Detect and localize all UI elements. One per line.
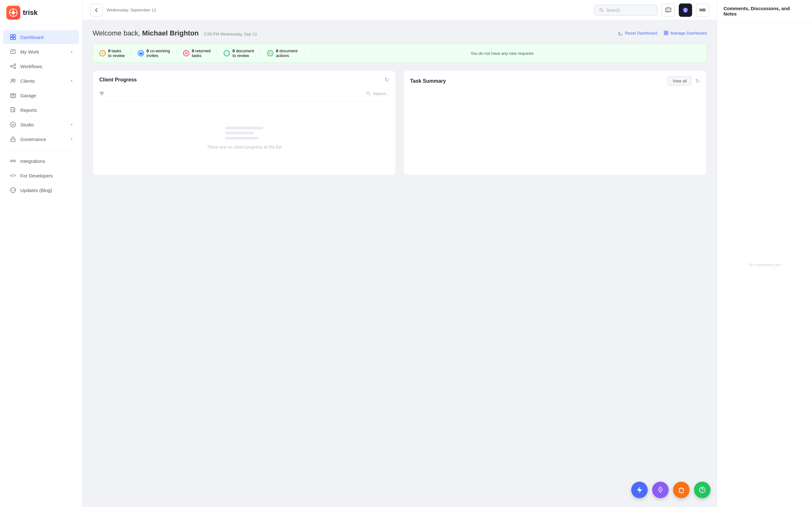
sidebar-item-governance[interactable]: Governance ▾: [3, 132, 79, 146]
trish-ai-icon: [682, 7, 689, 14]
sidebar-item-studio[interactable]: Studio ▾: [3, 118, 79, 131]
welcome-time: 2:59 PM Wednesday, Sep 11: [204, 32, 257, 37]
chat-icon: [665, 7, 671, 13]
sidebar-item-reports[interactable]: Reports: [3, 103, 79, 117]
trisk-logo[interactable]: trisk: [6, 6, 76, 20]
tasks-review-count: 0: [108, 49, 110, 53]
svg-line-34: [602, 10, 603, 11]
search-input[interactable]: [606, 8, 653, 13]
empty-message: There are no client progress at the list: [207, 145, 281, 150]
bolt-fab-button[interactable]: [631, 482, 648, 498]
view-all-button[interactable]: View all: [668, 76, 692, 86]
task-summary-refresh-button[interactable]: ↻: [695, 78, 700, 84]
sidebar-item-garage[interactable]: Garage: [3, 89, 79, 102]
sidebar-item-my-work[interactable]: My Work ▾: [3, 45, 79, 59]
clients-icon: [9, 77, 16, 84]
svg-line-16: [12, 65, 14, 66]
svg-point-47: [660, 489, 661, 490]
sidebar: trisk Dashboard: [0, 0, 83, 507]
client-progress-content: Search... There are no client progress a…: [93, 88, 396, 175]
help-icon: [699, 486, 706, 494]
svg-rect-26: [11, 139, 15, 142]
manage-dashboard-button[interactable]: Manage Dashboard: [664, 31, 707, 36]
reports-icon: [9, 107, 16, 113]
status-bar: ✓ 0 tasksto review 👥 0 co-workinginvites…: [93, 44, 707, 63]
reset-dashboard-button[interactable]: Reset Dashboard: [618, 31, 657, 36]
filter-button[interactable]: [99, 91, 104, 96]
user-avatar-button[interactable]: MB: [696, 3, 709, 17]
right-panel-title: Comments, Discussions, and Notes: [723, 6, 806, 16]
dashboard-icon: [9, 34, 16, 41]
dashboard-content: Welcome back, Michael Brighton 2:59 PM W…: [83, 20, 717, 507]
sidebar-item-label-governance: Governance: [20, 136, 46, 142]
sidebar-item-label-clients: Clients: [20, 78, 35, 83]
client-progress-empty: There are no client progress at the list: [99, 108, 389, 169]
svg-point-39: [685, 10, 687, 12]
fab-group: [631, 482, 711, 498]
svg-point-52: [702, 491, 703, 492]
svg-rect-22: [11, 107, 14, 112]
svg-point-51: [699, 487, 705, 493]
sidebar-item-integrations[interactable]: Integrations: [3, 154, 79, 168]
tasks-review-dot: ✓: [99, 50, 106, 56]
sidebar-item-for-developers[interactable]: For Developers: [3, 169, 79, 182]
task-summary-controls: View all ↻: [668, 76, 700, 86]
client-search[interactable]: Search...: [366, 91, 389, 96]
sidebar-item-label-studio: Studio: [20, 122, 34, 127]
welcome-text: Welcome back, Michael Brighton: [93, 29, 199, 38]
sidebar-item-dashboard[interactable]: Dashboard: [3, 30, 79, 44]
sidebar-item-clients[interactable]: Clients ▾: [3, 74, 79, 88]
search-box[interactable]: [595, 5, 658, 15]
co-working-count: 0: [147, 49, 149, 53]
svg-point-15: [14, 67, 16, 69]
rocket-fab-button[interactable]: [652, 482, 669, 498]
filter-row: Search...: [99, 88, 389, 101]
client-progress-refresh-button[interactable]: ↻: [385, 76, 389, 83]
topbar-date: Wednesday, September 11: [107, 8, 591, 12]
logo-text: trisk: [23, 9, 38, 17]
svg-point-1: [12, 11, 15, 14]
search-icon: [366, 91, 371, 96]
studio-icon: [9, 121, 16, 128]
returned-tasks-count: 0: [192, 49, 194, 53]
ai-assistant-button[interactable]: [679, 3, 692, 17]
sidebar-item-updates-blog[interactable]: Updates (Blog): [3, 183, 79, 197]
trash-fab-button[interactable]: [673, 482, 690, 498]
svg-rect-43: [666, 33, 668, 35]
svg-rect-8: [10, 38, 13, 40]
tasks-review-status[interactable]: ✓ 0 tasksto review: [99, 49, 131, 58]
filter-icon: [99, 91, 104, 96]
sidebar-item-label-updates-blog: Updates (Blog): [20, 187, 52, 193]
client-progress-card: Client Progress ↻: [93, 70, 396, 175]
bolt-icon: [636, 486, 643, 494]
svg-rect-40: [664, 31, 666, 33]
comments-button[interactable]: [662, 3, 675, 17]
sidebar-item-label-for-developers: For Developers: [20, 173, 53, 178]
rocket-icon: [657, 486, 664, 494]
svg-rect-48: [679, 489, 683, 493]
svg-rect-6: [10, 35, 13, 37]
left-chevron-button[interactable]: [90, 4, 103, 16]
returned-tasks-status[interactable]: ✕ 0 returnedtasks: [177, 49, 217, 58]
co-working-status[interactable]: 👥 0 co-workinginvites: [131, 49, 177, 58]
sidebar-item-workflows[interactable]: Workflows: [3, 59, 79, 73]
sidebar-item-label-garage: Garage: [20, 93, 36, 98]
dashboard-actions: Reset Dashboard Manage Dashboard: [618, 31, 707, 36]
main-area: Wednesday, September 11 MB: [83, 0, 717, 507]
sidebar-item-label-dashboard: Dashboard: [20, 35, 44, 40]
sidebar-item-label-reports: Reports: [20, 107, 37, 113]
client-progress-header: Client Progress ↻: [93, 71, 396, 88]
svg-point-18: [11, 79, 13, 81]
doc-actions-label: documentactions: [276, 49, 298, 58]
no-requests-status: You do not have any new requests: [304, 49, 700, 58]
help-fab-button[interactable]: [694, 482, 711, 498]
svg-point-38: [683, 8, 688, 13]
doc-actions-status[interactable]: 📋 0 documentactions: [261, 49, 304, 58]
cards-grid: Client Progress ↻: [93, 70, 707, 175]
svg-line-17: [12, 66, 14, 67]
workflows-icon: [9, 63, 16, 70]
svg-rect-35: [666, 8, 671, 12]
svg-point-19: [14, 79, 15, 80]
doc-review-status[interactable]: 📄 0 documentto review: [217, 49, 261, 58]
co-working-label: co-workinginvites: [147, 49, 170, 58]
